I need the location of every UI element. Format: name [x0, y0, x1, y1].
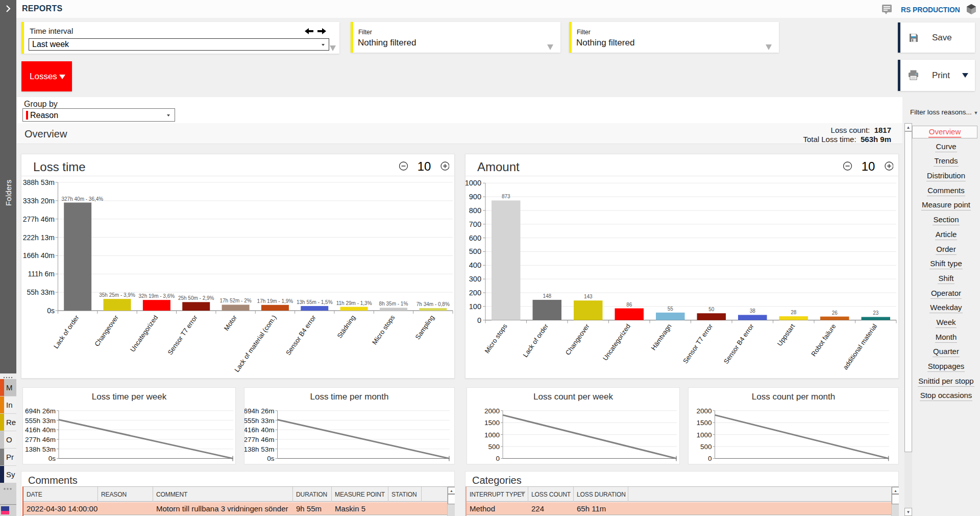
svg-text:600: 600 [469, 234, 481, 242]
svg-text:23: 23 [873, 310, 879, 316]
svg-text:Changeover: Changeover [564, 322, 591, 357]
svg-text:17h 52m - 2%: 17h 52m - 2% [219, 298, 251, 303]
svg-text:0s: 0s [47, 307, 55, 315]
svg-text:38: 38 [750, 308, 756, 314]
svg-text:55: 55 [668, 306, 674, 312]
svg-text:277h 46m: 277h 46m [25, 436, 56, 443]
svg-text:222h 13m: 222h 13m [23, 233, 55, 242]
svg-text:1500: 1500 [484, 419, 500, 427]
svg-text:50: 50 [708, 307, 715, 312]
svg-text:300: 300 [469, 275, 481, 283]
svg-text:Sensor T7 error: Sensor T7 error [166, 314, 199, 357]
svg-text:Städning: Städning [335, 314, 357, 340]
svg-text:Changeover: Changeover [93, 314, 120, 348]
svg-text:35h 25m - 3,9%: 35h 25m - 3,9% [99, 292, 135, 298]
svg-text:additional material: additional material [841, 322, 878, 371]
svg-text:500: 500 [700, 443, 712, 451]
svg-text:800: 800 [469, 206, 481, 215]
svg-text:17h 19m - 1,9%: 17h 19m - 1,9% [257, 298, 293, 304]
svg-text:200: 200 [469, 289, 481, 297]
svg-text:0: 0 [708, 455, 712, 462]
svg-text:416h 40m: 416h 40m [25, 426, 56, 434]
svg-text:32h 19m - 3,6%: 32h 19m - 3,6% [139, 293, 175, 299]
svg-text:8h 35m - 1%: 8h 35m - 1% [379, 301, 408, 307]
svg-text:416h 40m: 416h 40m [244, 426, 275, 434]
svg-text:Motor: Motor [223, 314, 239, 332]
svg-text:1000: 1000 [484, 431, 500, 439]
svg-text:2000: 2000 [484, 407, 500, 415]
svg-text:Sensor T7 error: Sensor T7 error [681, 322, 715, 365]
svg-text:Lack of material (com.): Lack of material (com.) [233, 314, 278, 373]
svg-text:143: 143 [584, 294, 593, 299]
svg-text:0s: 0s [48, 455, 56, 462]
svg-text:25h 50m - 2,9%: 25h 50m - 2,9% [178, 295, 214, 301]
svg-text:0s: 0s [267, 455, 275, 462]
svg-text:0: 0 [496, 455, 500, 462]
svg-text:Lack of order: Lack of order [52, 314, 81, 350]
svg-text:555h 33m: 555h 33m [25, 417, 56, 425]
svg-text:Lack of order: Lack of order [521, 322, 550, 359]
svg-text:Micro stops: Micro stops [483, 322, 509, 355]
svg-text:555h 33m: 555h 33m [244, 417, 275, 425]
svg-text:500: 500 [469, 247, 481, 255]
svg-text:694h 26m: 694h 26m [25, 407, 56, 415]
svg-text:400: 400 [469, 261, 481, 269]
svg-text:Uppstart: Uppstart [776, 322, 797, 347]
svg-text:100: 100 [469, 302, 481, 311]
svg-text:694h 26m: 694h 26m [244, 407, 275, 415]
svg-text:277h 46m: 277h 46m [244, 436, 275, 443]
svg-text:2000: 2000 [696, 407, 712, 415]
svg-text:277h 46m: 277h 46m [23, 215, 55, 223]
svg-text:500: 500 [488, 443, 500, 451]
svg-text:Sampling: Sampling [413, 314, 435, 341]
svg-text:700: 700 [469, 220, 481, 228]
svg-text:148: 148 [543, 293, 551, 299]
svg-text:86: 86 [626, 302, 632, 308]
svg-text:873: 873 [502, 194, 510, 199]
svg-text:333h 20m: 333h 20m [23, 197, 55, 205]
svg-text:111h 6m: 111h 6m [28, 270, 55, 278]
svg-text:1500: 1500 [696, 419, 712, 427]
svg-text:Micro stops: Micro stops [371, 314, 397, 346]
svg-text:Uncategorized: Uncategorized [129, 314, 159, 353]
svg-text:11h 29m - 1,3%: 11h 29m - 1,3% [336, 300, 372, 306]
svg-text:Robot failure: Robot failure [810, 322, 838, 358]
svg-text:138h 53m: 138h 53m [25, 445, 56, 453]
svg-text:388h 53m: 388h 53m [23, 178, 55, 186]
svg-text:166h 40m: 166h 40m [23, 251, 55, 260]
svg-text:1000: 1000 [465, 179, 481, 187]
svg-text:0: 0 [477, 316, 481, 324]
svg-text:26: 26 [832, 310, 838, 316]
svg-text:Sensor B4 error: Sensor B4 error [284, 314, 317, 357]
svg-text:138h 53m: 138h 53m [244, 445, 275, 453]
svg-text:7h 34m - 0,8%: 7h 34m - 0,8% [416, 301, 450, 307]
svg-text:Uncategorized: Uncategorized [601, 322, 632, 362]
svg-text:900: 900 [469, 193, 481, 201]
svg-text:327h 40m - 36,4%: 327h 40m - 36,4% [62, 196, 104, 202]
svg-text:55h 33m: 55h 33m [27, 288, 55, 296]
svg-text:28: 28 [791, 310, 797, 315]
svg-text:13h 55m - 1,5%: 13h 55m - 1,5% [297, 299, 333, 305]
svg-text:1000: 1000 [696, 431, 712, 439]
svg-text:Sensor B4 error: Sensor B4 error [722, 322, 755, 365]
svg-text:Hämtvagn: Hämtvagn [649, 322, 673, 351]
